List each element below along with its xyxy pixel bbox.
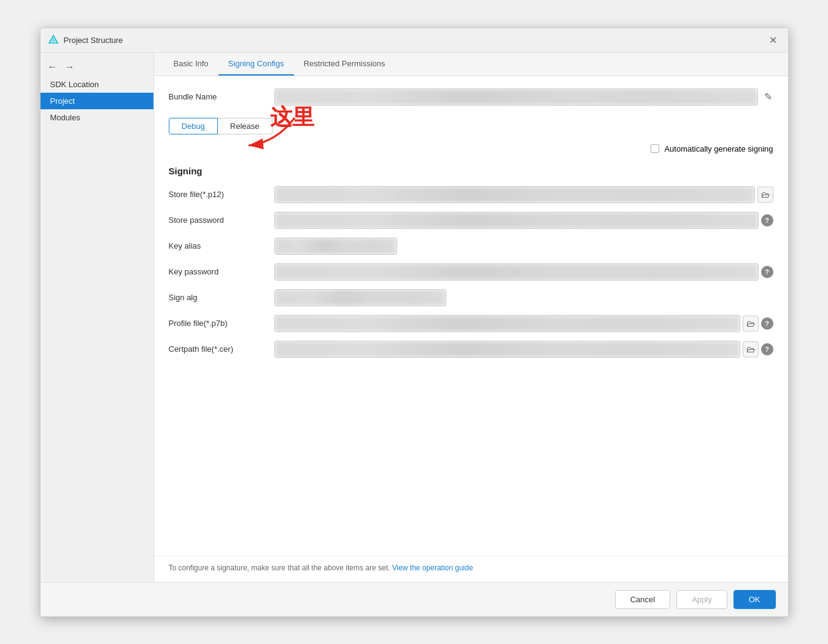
key-password-row: Key password ? — [169, 263, 773, 281]
debug-release-row: Debug Release — [169, 118, 773, 134]
sign-alg-input[interactable] — [274, 289, 446, 306]
signing-title: Signing — [169, 166, 773, 176]
certpath-file-input[interactable] — [274, 341, 740, 358]
key-password-label: Key password — [169, 267, 267, 276]
store-password-label: Store password — [169, 215, 267, 225]
ok-button[interactable]: OK — [733, 590, 776, 609]
store-file-input-area: 🗁 — [274, 186, 773, 203]
key-alias-label: Key alias — [169, 241, 267, 250]
bundle-name-input-wrapper: ✎ — [274, 88, 773, 106]
sidebar-navigation: ← → — [41, 58, 153, 76]
footer: Cancel Apply OK — [41, 582, 788, 616]
release-tab-button[interactable]: Release — [218, 118, 273, 134]
key-alias-input-area — [274, 238, 773, 255]
store-file-label: Store file(*.p12) — [169, 190, 267, 199]
certpath-file-label: Certpath file(*.cer) — [169, 344, 267, 354]
certpath-file-input-area: 🗁 ? — [274, 341, 773, 358]
debug-tab-button[interactable]: Debug — [169, 118, 218, 134]
bundle-name-blurred — [274, 88, 758, 106]
auto-sign-label: Automatically generate signing — [664, 144, 773, 153]
dialog-title: Project Structure — [64, 36, 123, 45]
key-password-input-area: ? — [274, 263, 773, 281]
main-content: Basic Info Signing Configs Restricted Pe… — [154, 53, 788, 582]
store-password-help-button[interactable]: ? — [761, 214, 773, 227]
key-password-help-button[interactable]: ? — [761, 266, 773, 278]
project-structure-dialog: Project Structure ✕ ← → SDK Location Pro… — [40, 28, 789, 617]
sidebar: ← → SDK Location Project Modules — [41, 53, 154, 582]
title-bar-left: Project Structure — [48, 34, 123, 45]
bundle-name-edit-button[interactable]: ✎ — [763, 90, 773, 104]
store-password-input[interactable] — [274, 212, 759, 229]
sign-alg-input-area — [274, 289, 773, 306]
content-area: Bundle Name ✎ Debug Release — [154, 76, 788, 556]
auto-sign-checkbox[interactable] — [651, 144, 659, 153]
bundle-name-row: Bundle Name ✎ — [169, 88, 773, 106]
sidebar-item-sdk-location[interactable]: SDK Location — [41, 76, 153, 93]
dialog-body: ← → SDK Location Project Modules Basic I… — [41, 53, 788, 582]
tab-restricted-permissions[interactable]: Restricted Permissions — [294, 53, 395, 76]
store-password-row: Store password ? — [169, 212, 773, 229]
forward-button[interactable]: → — [63, 60, 77, 74]
store-file-input[interactable] — [274, 186, 755, 203]
sidebar-item-modules[interactable]: Modules — [41, 109, 153, 126]
tab-signing-configs[interactable]: Signing Configs — [219, 53, 294, 76]
cancel-button[interactable]: Cancel — [615, 590, 670, 609]
store-password-input-area: ? — [274, 212, 773, 229]
auto-sign-row: Automatically generate signing — [169, 144, 773, 153]
apply-button[interactable]: Apply — [676, 590, 727, 609]
sign-alg-row: Sign alg — [169, 289, 773, 306]
profile-file-input[interactable] — [274, 315, 740, 332]
store-file-browse-button[interactable]: 🗁 — [757, 187, 773, 203]
tab-basic-info[interactable]: Basic Info — [164, 53, 219, 76]
title-bar: Project Structure ✕ — [41, 28, 788, 53]
store-file-row: Store file(*.p12) 🗁 — [169, 186, 773, 203]
profile-file-row: Profile file(*.p7b) 🗁 ? — [169, 315, 773, 332]
build-type-section: Debug Release 这里 — [169, 118, 773, 134]
profile-file-input-area: 🗁 ? — [274, 315, 773, 332]
certpath-file-help-button[interactable]: ? — [761, 343, 773, 355]
back-button[interactable]: ← — [45, 60, 60, 74]
key-alias-input[interactable] — [274, 238, 397, 255]
sign-alg-label: Sign alg — [169, 293, 267, 302]
tabs-bar: Basic Info Signing Configs Restricted Pe… — [154, 53, 788, 76]
sidebar-item-project[interactable]: Project — [41, 93, 153, 109]
bottom-info: To configure a signature, make sure that… — [154, 556, 788, 582]
close-button[interactable]: ✕ — [765, 33, 781, 47]
bundle-name-label: Bundle Name — [169, 92, 267, 101]
profile-file-help-button[interactable]: ? — [761, 317, 773, 330]
certpath-file-row: Certpath file(*.cer) 🗁 ? — [169, 341, 773, 358]
key-password-input[interactable] — [274, 263, 759, 281]
key-alias-row: Key alias — [169, 238, 773, 255]
signing-section: Signing Store file(*.p12) 🗁 Sto — [169, 166, 773, 358]
profile-file-label: Profile file(*.p7b) — [169, 319, 267, 328]
operation-guide-link[interactable]: View the operation guide — [392, 564, 473, 572]
bottom-info-text: To configure a signature, make sure that… — [169, 564, 390, 572]
certpath-file-browse-button[interactable]: 🗁 — [743, 341, 759, 357]
app-logo-icon — [48, 34, 59, 45]
profile-file-browse-button[interactable]: 🗁 — [743, 316, 759, 332]
